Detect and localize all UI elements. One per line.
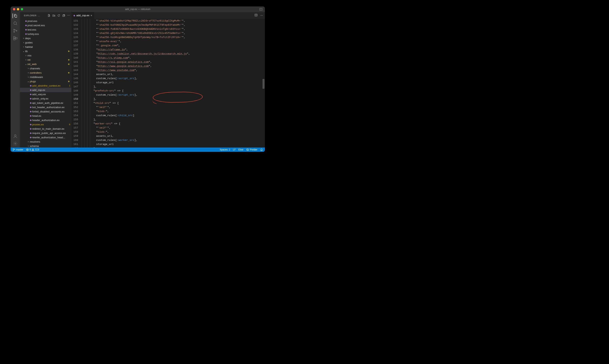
minimize-window-button[interactable] — [17, 8, 19, 10]
file-item[interactable]: ◆forbid_disabled_accounts.ex — [20, 109, 71, 114]
more-icon[interactable]: ⋯ — [67, 14, 70, 17]
line-number: 139 — [73, 52, 78, 56]
file-item[interactable]: ◆turkey.exs — [20, 32, 71, 36]
file-item[interactable]: ◆require_public_api_access.ex — [20, 131, 71, 135]
close-tab-icon[interactable]: × — [91, 14, 92, 17]
file-item[interactable]: ◆add_absinthe_context.ex1 — [20, 83, 71, 88]
code-line[interactable]: "'sha256-hsbRcgUBASABDq7qVGVTpbnWq/ns7B+… — [93, 35, 265, 39]
more-actions-icon[interactable]: ⋯ — [260, 14, 263, 17]
file-item[interactable]: ◆bot_header_authorization.ex — [20, 105, 71, 109]
code-line[interactable]: "'sha256-buF6N8Z4p2PuaaeRUjm7mxBpPNf4XlC… — [93, 23, 265, 27]
scm-activity-icon[interactable] — [13, 28, 18, 33]
code-editor[interactable]: 1311321331341351361371381391401411421431… — [71, 19, 265, 147]
folder-item[interactable]: ›habitat — [20, 45, 71, 49]
file-item[interactable]: ◆add_vary.ex — [20, 92, 71, 96]
new-file-icon[interactable] — [47, 14, 50, 17]
elixir-file-icon: ◆ — [29, 136, 32, 139]
file-item[interactable]: ◆add_csp.ex — [20, 88, 71, 92]
code-line[interactable]: "'self'", — [93, 105, 265, 109]
code-line[interactable]: "child-src" => [ — [93, 101, 265, 105]
code-line[interactable]: ], — [93, 85, 265, 89]
code-line[interactable]: "'self'", — [93, 126, 265, 130]
file-item[interactable]: ◆admin_only.ex — [20, 96, 71, 101]
code-line[interactable]: custom_rules[:script_src], — [93, 93, 265, 97]
file-item[interactable]: ◆prod.secret.exs — [20, 23, 71, 27]
folder-item[interactable]: ›ret — [20, 58, 71, 62]
code-line[interactable]: "'sha256-foB3G7vO68Ot8wctsG3OKBQ84ADKVin… — [93, 27, 265, 31]
code-line[interactable]: "https://s.ytimg.com", — [93, 56, 265, 60]
split-editor-icon[interactable] — [254, 13, 258, 17]
eol-status[interactable]: LF — [233, 148, 236, 151]
git-branch-status[interactable]: master — [13, 148, 23, 151]
folder-item[interactable]: ⌄ret_web — [20, 62, 71, 66]
file-item[interactable]: ◆api_token_auth_pipeline.ex — [20, 101, 71, 105]
close-window-button[interactable] — [13, 8, 15, 10]
editor-scrollbar[interactable] — [262, 19, 265, 147]
file-item[interactable]: ◆proxies.ex6 — [20, 122, 71, 127]
code-line[interactable]: storage_url — [93, 80, 265, 85]
file-tree[interactable]: ◆prod.exs◆prod.secret.exs◆test.exs◆turke… — [20, 19, 71, 147]
file-item[interactable]: ◆prod.exs — [20, 19, 71, 23]
folder-item[interactable]: ›guides — [20, 40, 71, 45]
file-item[interactable]: ◆header_authorization.ex — [20, 118, 71, 122]
code-line[interactable]: "https://aframe.io", — [93, 48, 265, 52]
folder-item[interactable]: ›middleware — [20, 75, 71, 79]
folder-item[interactable]: ›resolvers — [20, 140, 71, 144]
notifications-icon[interactable] — [260, 148, 263, 151]
account-icon[interactable] — [13, 134, 18, 139]
formatter-status[interactable]: Prettier — [246, 148, 257, 151]
line-number: 147 — [73, 85, 78, 89]
code-line[interactable]: "'sha256-ViVvpb0oYlPAp7R8ZLxlNI6rsf7E7oz… — [93, 19, 265, 23]
code-line[interactable]: "https://www.google-analytics.com", — [93, 64, 265, 68]
code-line[interactable]: "worker-src" => [ — [93, 122, 265, 126]
folder-item[interactable]: ⌄lib — [20, 49, 71, 53]
code-line[interactable]: ], — [93, 146, 265, 147]
item-label: header_authorization.ex — [32, 119, 60, 122]
layout-icon[interactable] — [259, 7, 263, 11]
new-folder-icon[interactable] — [52, 14, 55, 17]
collapse-all-icon[interactable] — [62, 14, 65, 17]
code-line[interactable]: "*.google.com", — [93, 43, 265, 48]
refresh-icon[interactable] — [57, 14, 60, 17]
indentation-status[interactable]: Spaces: 2 — [220, 148, 230, 151]
problems-status[interactable]: 0 113 — [26, 148, 39, 151]
modified-indicator — [68, 51, 69, 52]
code-line[interactable]: ], — [93, 117, 265, 122]
line-number: 146 — [73, 80, 78, 85]
warning-count: 113 — [35, 148, 39, 151]
language-status[interactable]: Elixir — [238, 148, 244, 151]
folder-item[interactable]: ›controllers — [20, 71, 71, 75]
file-item[interactable]: ◆redirect_to_main_domain.ex — [20, 127, 71, 131]
code-line[interactable]: custom_rules[:worker_src], — [93, 138, 265, 142]
extensions-activity-icon[interactable] — [13, 36, 18, 40]
folder-item[interactable]: ›deps — [20, 36, 71, 40]
code-line[interactable]: "https://ssl.google-analytics.com", — [93, 60, 265, 64]
code-line[interactable]: "blob:", — [93, 130, 265, 134]
maximize-window-button[interactable] — [21, 8, 23, 10]
code-line[interactable]: "prefetch-src" => [ — [93, 89, 265, 93]
file-item[interactable]: ◆rewrite_authorization_head... — [20, 135, 71, 140]
editor-tab[interactable]: ◆ add_csp.ex × — [71, 12, 94, 19]
folder-item[interactable]: ›schema — [20, 144, 71, 147]
folder-item[interactable]: ›mix — [20, 53, 71, 58]
folder-item[interactable]: ›channels — [20, 66, 71, 71]
file-item[interactable]: ◆head.ex — [20, 114, 71, 118]
code-line[interactable]: "https://www.youtube.com", — [93, 68, 265, 72]
code-line[interactable]: custom_rules[:script_src], — [93, 76, 265, 80]
folder-item[interactable]: ⌄plugs — [20, 79, 71, 83]
code-line[interactable]: ], — [93, 97, 265, 101]
code-line[interactable]: "https://cdn.jsdelivr.net/docsearch.js/1… — [93, 52, 265, 56]
code-line[interactable]: custom_rules[:child_src] — [93, 113, 265, 117]
code-line[interactable]: "'unsafe-eval'", — [93, 39, 265, 43]
settings-gear-icon[interactable] — [13, 141, 18, 146]
code-line[interactable]: "blob:", — [93, 109, 265, 113]
code-line[interactable]: storage_url — [93, 142, 265, 146]
code-line[interactable]: "'sha256-g0j42v3Wo/ohUAMR/t0EuObDSEkx1rZ… — [93, 31, 265, 35]
item-label: ret — [28, 58, 30, 61]
code-content[interactable]: "'sha256-ViVvpb0oYlPAp7R8ZLxlNI6rsf7E7oz… — [93, 19, 265, 147]
file-item[interactable]: ◆test.exs — [20, 27, 71, 32]
search-activity-icon[interactable] — [13, 21, 18, 26]
code-line[interactable]: assets_url, — [93, 134, 265, 138]
explorer-activity-icon[interactable] — [13, 13, 18, 18]
code-line[interactable]: assets_url, — [93, 72, 265, 76]
